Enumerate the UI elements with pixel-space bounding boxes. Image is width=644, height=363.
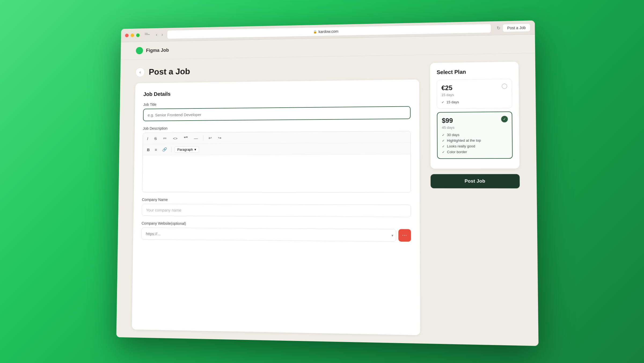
company-website-row: ▾ ··· xyxy=(141,227,411,242)
plan-features-25: ✓ 15 days xyxy=(441,100,507,104)
paragraph-select[interactable]: Paragraph ▾ xyxy=(174,146,199,153)
form-section-title: Job Details xyxy=(143,88,411,97)
lock-icon: 🔒 xyxy=(313,30,317,34)
feature-text: 15 days xyxy=(447,100,459,104)
toolbar-divider-2 xyxy=(171,147,171,152)
feature-check-icon: ✓ xyxy=(441,100,444,104)
toolbar-dash-btn[interactable]: — xyxy=(193,135,199,141)
right-panel: Select Plan €25 15 days ✓ 15 days xyxy=(430,61,521,337)
site-logo: Figma Job xyxy=(136,46,169,54)
plan-radio-25[interactable] xyxy=(502,84,507,89)
nav-post-job-button[interactable]: Post a Job xyxy=(502,23,530,32)
browser-window: ‹ › 🔒 kardow.com ↻ Post a Job Figma Job … xyxy=(116,20,538,346)
feature-check-icon-2: ✓ xyxy=(442,139,445,143)
website-dropdown-button[interactable]: ▾ xyxy=(391,233,393,237)
url-text: kardow.com xyxy=(319,29,338,34)
back-button[interactable]: ‹ xyxy=(136,67,145,77)
company-name-label: Company Name xyxy=(142,198,411,202)
select-plan-title: Select Plan xyxy=(437,68,512,75)
toolbar-link-btn[interactable]: 🔗 xyxy=(161,146,168,153)
company-website-group: Company Website(optional) ▾ ··· xyxy=(141,221,411,242)
editor-body[interactable] xyxy=(142,154,411,192)
feature-text-4: Color border xyxy=(447,150,467,154)
company-name-group: Company Name xyxy=(142,198,411,217)
reload-button[interactable]: ↻ xyxy=(497,26,500,31)
website-input-wrapper: ▾ xyxy=(141,227,396,242)
feature-check-icon-4: ✓ xyxy=(442,150,445,154)
left-section: ‹ Post a Job Job Details Job Title Job D… xyxy=(132,63,420,335)
toolbar-italic-btn[interactable]: I xyxy=(146,135,149,141)
plan-feature-3: ✓ Looks really good xyxy=(442,144,507,148)
forward-nav-button[interactable]: › xyxy=(160,31,164,38)
job-desc-label: Job Description xyxy=(143,124,411,130)
toolbar-list-btn[interactable]: ≡ xyxy=(154,146,158,153)
job-title-label: Job Title xyxy=(143,100,411,107)
traffic-light-yellow[interactable] xyxy=(131,33,134,37)
select-plan-panel: Select Plan €25 15 days ✓ 15 days xyxy=(430,61,520,169)
logo-text: Figma Job xyxy=(146,48,169,53)
editor-toolbar-top: I S ≔ <> ❝❞ xyxy=(143,131,411,144)
back-nav-button[interactable]: ‹ xyxy=(155,31,159,38)
toolbar-strikethrough-btn[interactable]: S xyxy=(153,135,158,141)
main-layout: ‹ Post a Job Job Details Job Title Job D… xyxy=(116,53,538,346)
page-header: ‹ Post a Job xyxy=(136,63,419,77)
feature-text-2: Highlighted at the top xyxy=(447,138,481,143)
logo-dot xyxy=(136,47,143,54)
editor-toolbar-bottom: B ≡ 🔗 Paragraph ▾ xyxy=(143,143,411,155)
company-name-input[interactable] xyxy=(142,204,411,217)
toolbar-quote-btn[interactable]: ❝❞ xyxy=(182,135,189,142)
traffic-lights xyxy=(125,33,140,37)
feature-check-icon-1: ✓ xyxy=(442,133,445,137)
company-website-input[interactable] xyxy=(141,227,396,242)
toolbar-bold-btn[interactable]: B xyxy=(146,146,151,153)
plan-feature-4: ✓ Color border xyxy=(442,150,508,154)
plan-feature-2: ✓ Highlighted at the top xyxy=(442,138,507,143)
plan-feature: ✓ 15 days xyxy=(441,100,507,104)
plan-features-99: ✓ 30 days ✓ Highlighted at the top ✓ Loo… xyxy=(442,132,508,154)
browser-nav: ‹ › xyxy=(155,31,164,38)
feature-text-1: 30 days xyxy=(447,133,459,137)
plan-card-25[interactable]: €25 15 days ✓ 15 days xyxy=(437,79,512,109)
traffic-light-green[interactable] xyxy=(136,33,140,37)
plan-card-99[interactable]: ✓ $99 45 days ✓ 30 days ✓ Highlighted at… xyxy=(437,111,513,159)
toolbar-code-btn[interactable]: <> xyxy=(172,135,179,141)
plan-check-99: ✓ xyxy=(501,116,508,122)
job-title-input[interactable] xyxy=(143,106,411,121)
plan-price-25: €25 xyxy=(441,84,507,92)
toolbar-undo-btn[interactable]: ↩ xyxy=(207,135,213,141)
page-title: Post a Job xyxy=(149,67,190,77)
feature-text-3: Looks really good xyxy=(447,144,475,148)
company-website-label: Company Website(optional) xyxy=(141,221,411,227)
post-job-button[interactable]: Post Job xyxy=(431,174,520,188)
toolbar-redo-btn[interactable]: ↪ xyxy=(217,135,223,141)
feature-check-icon-3: ✓ xyxy=(442,144,445,148)
sidebar-toggle[interactable] xyxy=(145,33,150,37)
page-content: Figma Job ‹ Post a Job Job Details Job T… xyxy=(116,35,538,346)
website-action-button[interactable]: ··· xyxy=(398,229,411,242)
form-card: Job Details Job Title Job Description I xyxy=(132,79,420,335)
job-desc-editor: I S ≔ <> ❝❞ xyxy=(142,131,411,193)
plan-price-99: $99 xyxy=(442,116,507,124)
browser-actions: ↻ Post a Job xyxy=(497,23,530,32)
traffic-light-red[interactable] xyxy=(125,34,129,37)
plan-duration-99: 45 days xyxy=(442,125,507,130)
plan-duration-25: 15 days xyxy=(441,92,507,97)
plan-feature-1: ✓ 30 days xyxy=(442,132,507,137)
dots-icon: ··· xyxy=(402,233,407,238)
toolbar-divider xyxy=(203,135,203,141)
toolbar-bullet-btn[interactable]: ≔ xyxy=(162,135,168,141)
